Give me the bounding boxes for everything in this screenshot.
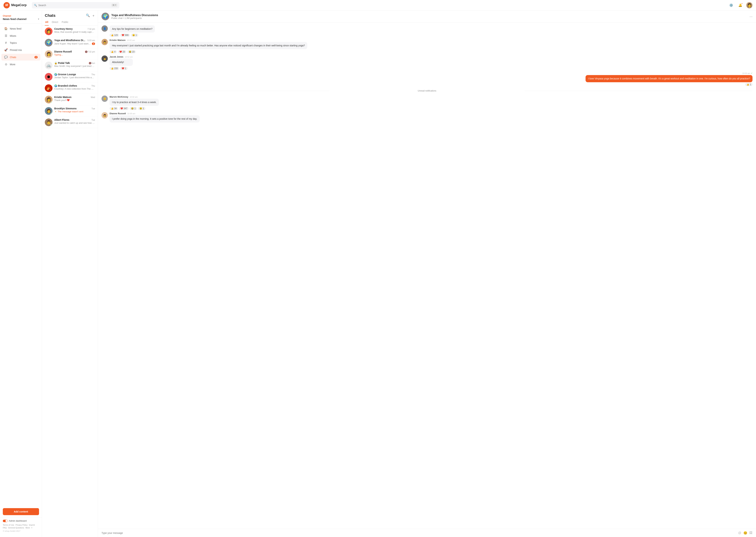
group-subtitle: Public chat • 1,3M participants <box>111 17 747 20</box>
footer-link-terms[interactable]: Terms of Use <box>3 524 14 526</box>
sidebar-item-label: Topics <box>10 41 17 44</box>
more-options-button[interactable]: ··· <box>749 15 752 19</box>
chat-time: 7:32 pm <box>88 51 95 53</box>
mute-icon: 🔇 <box>85 51 88 53</box>
image-button[interactable]: 🖼 <box>749 531 752 535</box>
footer-link-more[interactable]: More <box>25 527 30 529</box>
chat-time: Tue <box>92 107 95 110</box>
message-row: 👩 Kristin Watson 10:02 am Hey everyone! … <box>102 39 752 53</box>
sidebar-item-more[interactable]: ⊙ More <box>1 61 40 68</box>
reaction[interactable]: 👍 4 <box>109 50 117 53</box>
settings-button[interactable]: ⚙️ <box>728 2 734 8</box>
chats-icon: 💬 <box>4 56 8 59</box>
sidebar-item-label: Chats <box>10 56 16 59</box>
reaction[interactable]: 👍 123 <box>109 34 119 37</box>
online-indicator <box>51 113 52 115</box>
channel-selector[interactable]: Channel News feed channel ▾ <box>0 13 42 23</box>
topbar-right: ⚙️ 🔔 👩 <box>728 2 752 8</box>
search-input[interactable] <box>38 4 110 7</box>
chat-preview: Max Smith: Hey everyone! I just tried ou… <box>54 65 95 67</box>
channel-label: Channel <box>3 15 39 17</box>
notifications-button[interactable]: 🔔 <box>737 2 743 8</box>
avatar: 🚲 <box>45 62 53 69</box>
avatar: 👨 <box>102 56 108 62</box>
list-item[interactable]: 👩 Brooklyn Simmons Tue 🔸 The message was… <box>42 105 98 117</box>
search-bar[interactable]: 🔍 ⌘ F <box>32 2 119 8</box>
footer-links: Terms of Use Privacy Policy Imprint FAQ … <box>3 524 39 529</box>
avatar: 👩 <box>45 96 53 103</box>
chat-name: Courtney Henry <box>54 27 73 30</box>
reaction[interactable]: ❤️ 347 <box>119 107 129 110</box>
mention-button[interactable]: @ <box>738 531 741 535</box>
pinned-icon: 🚀 <box>4 48 8 52</box>
reactions: 👍 123 ❤️ 999 😠 1 <box>109 34 155 37</box>
message-sender: Kristin Watson 10:02 am <box>109 39 307 41</box>
sidebar-item-label: Mixes <box>10 34 16 37</box>
footer-link-general[interactable]: General Questions <box>8 527 24 529</box>
footer-link-faq[interactable]: FAQ <box>3 527 7 529</box>
sidebar-item-topics[interactable]: # Topics <box>1 40 40 46</box>
list-item[interactable]: 🚲 🔒 Pedal Talk 🔇 Sun Max Smith: Hey ever… <box>42 60 98 71</box>
sidebar-item-label: Pinned mix <box>10 49 22 52</box>
message-bubble: Hey everyone! I just started practicing … <box>109 42 307 49</box>
reaction[interactable]: ❤️ 23 <box>118 50 126 53</box>
reaction[interactable]: ❤️ 1 <box>120 67 128 70</box>
admin-dashboard-link[interactable]: Admin dashboard <box>3 519 39 522</box>
sidebar-item-label: News feed <box>10 27 21 30</box>
main-layout: Channel News feed channel ▾ 🏠 News feed … <box>0 11 756 537</box>
list-item[interactable]: 👩 Courtney Henry 7:32 pm Wow, that sound… <box>42 26 98 37</box>
list-item[interactable]: ⛺ 🌍 Branded clothes Thu Courtney: A new … <box>42 83 98 94</box>
sidebar-item-mixes[interactable]: ☰ Mixes <box>1 32 40 39</box>
sidebar-item-chats[interactable]: 💬 Chats 2 <box>1 54 40 61</box>
unread-divider: Unread notifications <box>102 90 752 92</box>
sidebar-item-pinned-mix[interactable]: 🚀 Pinned mix <box>1 47 40 53</box>
search-chats-button[interactable]: 🔍 <box>86 14 90 18</box>
user-avatar[interactable]: 👩 <box>746 2 752 8</box>
chat-time: 7:32 pm <box>88 28 95 30</box>
add-content-button[interactable]: Add content <box>3 508 39 515</box>
list-item[interactable]: 🌍 Yoga and Mindfulness Di... 5:03 am Jan… <box>42 37 98 49</box>
reaction[interactable]: 😠 1 <box>131 34 138 37</box>
footer-link-privacy[interactable]: Privacy Policy <box>16 524 27 526</box>
list-item[interactable]: 👨 Albert Flores Tue Just wanted to catch… <box>42 117 98 128</box>
tab-direct[interactable]: Direct <box>52 19 59 25</box>
avatar: ⛺ <box>45 84 53 92</box>
new-chat-button[interactable]: ＋ <box>92 14 95 18</box>
copyright-text: © tchop GmbH 2017 <box>3 530 39 532</box>
chat-name: 🌍 Branded clothes <box>54 84 77 87</box>
tab-all[interactable]: All <box>45 19 49 25</box>
message-input[interactable] <box>102 532 736 534</box>
emoji-button[interactable]: 😊 <box>743 531 747 535</box>
sidebar-item-news-feed[interactable]: 🏠 News feed <box>1 25 40 32</box>
online-indicator <box>51 124 52 126</box>
reaction[interactable]: 😂 1 <box>130 107 137 110</box>
list-item[interactable]: 👩 Dianne Russell 🔇 7:32 pm Typing... <box>42 49 98 60</box>
avatar: 👴 <box>102 96 108 102</box>
chats-list: 👩 Courtney Henry 7:32 pm Wow, that sound… <box>42 26 98 537</box>
reaction[interactable]: 👍 1 <box>745 83 752 86</box>
chevron-down-icon: ▾ <box>38 18 39 20</box>
admin-toggle-icon <box>3 520 8 522</box>
reaction[interactable]: 😂 23 <box>127 50 136 53</box>
reaction[interactable]: 👍 34 <box>109 107 118 110</box>
message-sender: Marvin McKinney 10:02 am <box>109 96 159 98</box>
tab-public[interactable]: Public <box>61 19 68 25</box>
reaction[interactable]: 👍 233 <box>109 67 119 70</box>
sidebar-footer: Admin dashboard Terms of Use Privacy Pol… <box>0 517 42 534</box>
list-item[interactable]: 👩 Kristin Watson Wed Thank you!!!❤️ <box>42 94 98 105</box>
home-icon: 🏠 <box>4 27 8 30</box>
chat-preview: Jane Kuper: Hey team! I just wanted to s… <box>54 42 92 45</box>
list-item[interactable]: ⏺ 🌍 Groove Lounge Thu Jordan Taylor: I j… <box>42 71 98 83</box>
chat-name: Albert Flores <box>54 118 69 121</box>
admin-dashboard-label: Admin dashboard <box>9 519 26 522</box>
reaction[interactable]: ❤️ 999 <box>120 34 130 37</box>
message-sender: Jacob Jones 10:02 am <box>109 56 133 58</box>
message-row: 👩 Dianne Russell 10:30 am I prefer doing… <box>102 112 752 122</box>
avatar: 👤 <box>102 25 108 32</box>
reaction[interactable]: 😢 1 <box>138 107 146 110</box>
sidebar-nav: 🏠 News feed ☰ Mixes # Topics 🚀 Pinned mi… <box>0 25 42 506</box>
channel-name[interactable]: News feed channel ▾ <box>3 18 39 21</box>
app-logo[interactable]: M MegaCorp <box>4 2 26 8</box>
chat-time: Thu <box>91 85 95 87</box>
footer-link-imprint[interactable]: Imprint <box>29 524 35 526</box>
